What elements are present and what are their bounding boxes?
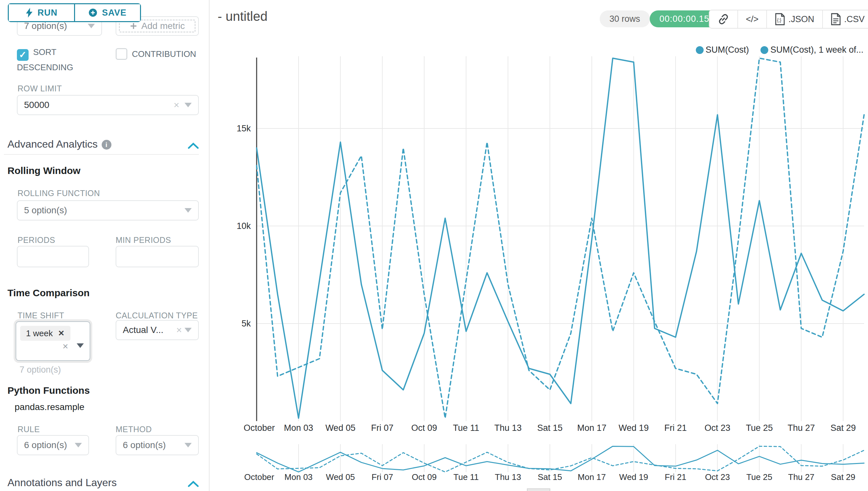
y-axis-tick-label: 10k: [237, 221, 251, 231]
line-series-solid: [257, 58, 864, 418]
mini-x-axis-tick-label: Mon 17: [578, 472, 606, 482]
x-axis-tick-label: Oct 23: [705, 423, 731, 433]
x-axis-tick-label: Thu 27: [787, 423, 815, 433]
mini-x-axis-tick-label: Thu 13: [495, 472, 521, 482]
mini-x-axis-tick-label: Tue 11: [454, 472, 479, 482]
mini-x-axis-tick-label: Sat 15: [538, 472, 562, 482]
mini-x-axis-tick-label: October: [244, 472, 275, 482]
brush-scroll-handle[interactable]: [527, 488, 550, 491]
mini-x-axis-tick-label: Oct 09: [412, 472, 437, 482]
x-axis-tick-label: Tue 25: [746, 423, 773, 433]
save-button[interactable]: SAVE: [74, 4, 140, 21]
x-axis-tick-label: Oct 09: [411, 423, 437, 433]
x-axis-tick-label: Mon 03: [284, 423, 313, 433]
plus-circle-icon: [88, 8, 97, 17]
x-axis-tick-label: Fri 07: [371, 423, 393, 433]
mini-x-axis-tick-label: Wed 05: [326, 472, 355, 482]
run-button[interactable]: RUN: [9, 4, 74, 21]
x-axis-tick-label: Sat 15: [537, 423, 563, 433]
x-axis-tick-label: Sat 29: [830, 423, 856, 433]
mini-x-axis-tick-label: Tue 25: [746, 472, 773, 482]
save-button-label: SAVE: [102, 8, 127, 18]
x-axis-tick-label: Wed 05: [326, 423, 356, 433]
mini-x-axis-tick-label: Thu 27: [788, 472, 814, 482]
x-axis-tick-label: Wed 19: [619, 423, 649, 433]
lightning-icon: [25, 8, 33, 18]
y-axis-tick-label: 15k: [237, 123, 251, 133]
x-axis-tick-label: Fri 21: [664, 423, 687, 433]
mini-x-axis-tick-label: Oct 23: [705, 472, 730, 482]
y-axis-tick-label: 5k: [241, 319, 251, 328]
run-button-label: RUN: [38, 8, 58, 18]
run-save-buttons: RUN SAVE: [8, 3, 141, 22]
mini-line-series-dashed: [257, 446, 864, 472]
explore-page: 7 option(s) Add metric RUN SAVE ✓SORT DE…: [0, 0, 868, 491]
timeseries-line-chart[interactable]: 5k10k15kOctoberOctoberMon 03Mon 03Wed 05…: [0, 0, 868, 491]
mini-x-axis-tick-label: Fri 21: [664, 472, 686, 482]
x-axis-tick-label: Tue 11: [453, 423, 479, 433]
mini-x-axis-tick-label: Fri 07: [372, 472, 393, 482]
mini-x-axis-tick-label: Wed 19: [619, 472, 648, 482]
x-axis-tick-label: Mon 17: [577, 423, 607, 433]
x-axis-tick-label: October: [244, 423, 275, 433]
mini-x-axis-tick-label: Sat 29: [831, 472, 855, 482]
line-series-dashed: [257, 58, 864, 418]
x-axis-tick-label: Thu 13: [494, 423, 522, 433]
mini-x-axis-tick-label: Mon 03: [285, 472, 313, 482]
